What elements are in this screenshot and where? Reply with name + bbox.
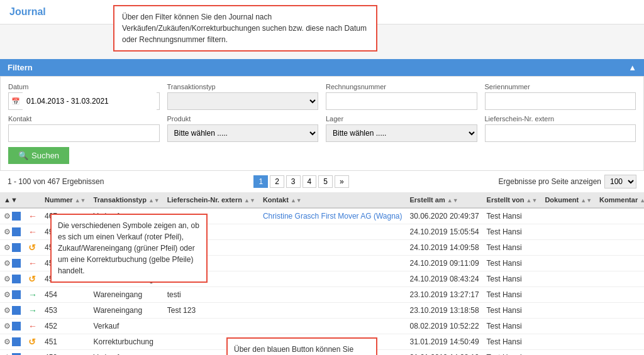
- cell-lieferschein: testi: [164, 287, 259, 303]
- gear-icon[interactable]: ⚙: [4, 337, 11, 346]
- page-btn-next[interactable]: »: [335, 175, 349, 188]
- col-transaktionstyp[interactable]: Transaktionstyp ▲▼: [90, 192, 164, 208]
- cell-kommentar: [596, 334, 644, 350]
- file-icon[interactable]: [12, 243, 21, 252]
- cell-arrow: →: [25, 287, 41, 303]
- col-dokument[interactable]: Dokument ▲▼: [541, 192, 596, 208]
- arrow-yellow-icon[interactable]: ↺: [28, 274, 36, 284]
- col-kontakt[interactable]: Kontakt ▲▼: [259, 192, 406, 208]
- col-kommentar[interactable]: Kommentar ▲▼: [596, 192, 644, 208]
- pagination: 1 2 3 4 5 »: [253, 175, 348, 188]
- cell-arrow: ↺: [25, 240, 41, 256]
- cell-kommentar: [596, 287, 644, 303]
- file-icon[interactable]: [12, 212, 21, 221]
- cell-actions: ⚙: [0, 240, 25, 256]
- lager-select[interactable]: Bitte wählen .....: [326, 124, 477, 142]
- arrow-green-icon: →: [28, 290, 37, 300]
- cell-actions: ⚙: [0, 224, 25, 240]
- table-row: ⚙ → 454 Wareneingang testi 23.10.2019 13…: [0, 287, 644, 303]
- cell-erstellt-am: 24.10.2019 15:05:54: [406, 224, 482, 240]
- gear-icon[interactable]: ⚙: [4, 306, 11, 315]
- datum-input[interactable]: [23, 92, 157, 110]
- cell-kontakt: [259, 287, 406, 303]
- per-page-section: Ergebnisse pro Seite anzeigen 100 50 25: [499, 175, 636, 188]
- gear-icon[interactable]: ⚙: [4, 243, 11, 252]
- cell-erstellt-von: Test Hansi: [483, 256, 541, 271]
- results-count: 1 - 100 von 467 Ergebnissen: [8, 177, 104, 186]
- cell-dokument: [541, 334, 596, 350]
- cell-actions: ⚙: [0, 334, 25, 350]
- lieferschein-input[interactable]: [485, 124, 636, 142]
- produkt-group: Produkt Bitte wählen .....: [167, 115, 319, 142]
- table-header-row: ▲▼ Nummer ▲▼ Transaktionstyp ▲▼ Liefersc…: [0, 192, 644, 208]
- arrow-yellow-icon[interactable]: ↺: [28, 243, 36, 253]
- cell-dokument: [541, 350, 596, 356]
- cell-erstellt-am: 31.01.2019 14:50:49: [406, 334, 482, 350]
- gear-icon[interactable]: ⚙: [4, 212, 11, 221]
- kontakt-input[interactable]: [8, 124, 160, 142]
- file-icon[interactable]: [12, 227, 21, 236]
- arrow-yellow-icon[interactable]: ↺: [28, 337, 36, 347]
- cell-kontakt: [259, 303, 406, 319]
- transaktionstyp-select[interactable]: Verkauf Wareneingang Korrekturbuchung: [167, 92, 319, 110]
- page-btn-5[interactable]: 5: [318, 175, 333, 188]
- col-erstellt-am[interactable]: Erstellt am ▲▼: [406, 192, 482, 208]
- page-btn-1[interactable]: 1: [253, 175, 268, 188]
- file-icon[interactable]: [12, 275, 21, 283]
- page-btn-3[interactable]: 3: [286, 175, 301, 188]
- gear-icon[interactable]: ⚙: [4, 275, 11, 283]
- cell-kommentar: [596, 319, 644, 334]
- cell-erstellt-von: Test Hansi: [483, 271, 541, 287]
- cell-actions: ⚙: [0, 350, 25, 356]
- cell-erstellt-von: Test Hansi: [483, 350, 541, 356]
- cell-nummer: 452: [41, 319, 90, 334]
- produkt-select[interactable]: Bitte wählen .....: [167, 124, 319, 142]
- arrow-green-icon: →: [28, 305, 37, 315]
- page-btn-4[interactable]: 4: [303, 175, 317, 188]
- arrow-red-icon: ←: [28, 321, 37, 331]
- cell-erstellt-von: Test Hansi: [483, 319, 541, 334]
- tooltip-symbols: Die verschiedenen Symbole zeigen an, ob …: [50, 214, 208, 283]
- filter-header: Filtern ▲: [0, 59, 644, 76]
- cell-kontakt: [259, 224, 406, 240]
- seriennummer-input[interactable]: [485, 92, 636, 110]
- kontakt-link[interactable]: Christine Grasch First Mover AG (Wagna): [263, 212, 402, 221]
- file-icon[interactable]: [12, 337, 21, 346]
- cell-kommentar: [596, 271, 644, 287]
- col-erstellt-von[interactable]: Erstellt von ▲▼: [483, 192, 541, 208]
- search-button[interactable]: 🔍 Suchen: [8, 147, 69, 164]
- cell-dokument: [541, 303, 596, 319]
- gear-icon[interactable]: ⚙: [4, 227, 11, 236]
- filter-collapse-btn[interactable]: ▲: [628, 63, 636, 72]
- gear-icon[interactable]: ⚙: [4, 259, 11, 268]
- table-row: ⚙ ← 452 Verkauf 08.02.2019 10:52:22 Test…: [0, 319, 644, 334]
- cell-actions: ⚙: [0, 303, 25, 319]
- search-icon: 🔍: [18, 151, 28, 160]
- cell-kommentar: [596, 208, 644, 224]
- cell-nummer: 454: [41, 287, 90, 303]
- per-page-select[interactable]: 100 50 25: [604, 175, 636, 188]
- cell-actions: ⚙: [0, 319, 25, 334]
- cell-erstellt-am: 24.10.2019 14:09:58: [406, 240, 482, 256]
- page-btn-2[interactable]: 2: [270, 175, 284, 188]
- cell-arrow: ←: [25, 256, 41, 271]
- rechnungsnummer-input[interactable]: [326, 92, 477, 110]
- cell-kommentar: [596, 224, 644, 240]
- cell-erstellt-am: 08.02.2019 10:52:22: [406, 319, 482, 334]
- gear-icon[interactable]: ⚙: [4, 290, 11, 299]
- col-lieferschein[interactable]: Lieferschein-Nr. extern ▲▼: [164, 192, 259, 208]
- file-icon[interactable]: [12, 259, 21, 268]
- cell-erstellt-von: Test Hansi: [483, 240, 541, 256]
- gear-icon[interactable]: ⚙: [4, 322, 11, 330]
- datum-input-wrap: 📅: [8, 92, 160, 110]
- cell-arrow: ←: [25, 208, 41, 224]
- file-icon[interactable]: [12, 306, 21, 315]
- lager-group: Lager Bitte wählen .....: [326, 115, 477, 142]
- file-icon[interactable]: [12, 322, 21, 330]
- cell-erstellt-von: Test Hansi: [483, 224, 541, 240]
- col-nummer[interactable]: Nummer ▲▼: [41, 192, 90, 208]
- arrow-red-icon: ←: [28, 211, 37, 221]
- file-icon[interactable]: [12, 290, 21, 299]
- cell-actions: ⚙: [0, 256, 25, 271]
- cell-erstellt-am: 24.10.2019 08:43:24: [406, 271, 482, 287]
